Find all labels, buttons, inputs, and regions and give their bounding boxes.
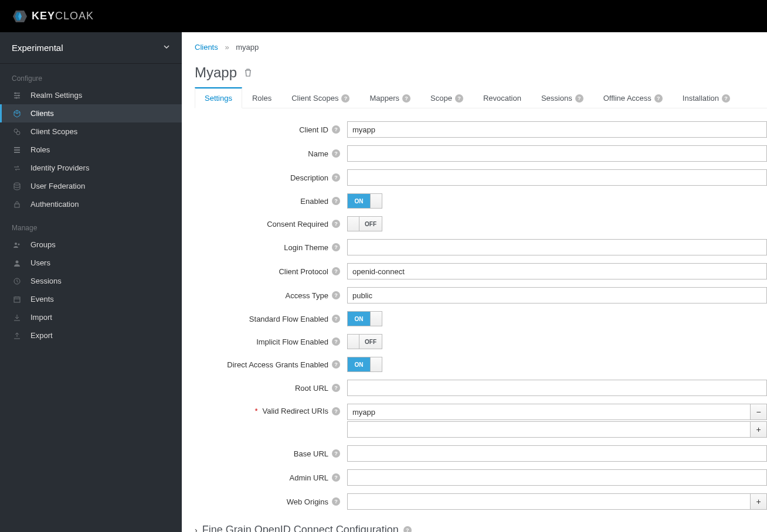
section-manage: Manage	[0, 213, 182, 236]
tab-client-scopes[interactable]: Client Scopes?	[281, 87, 359, 108]
realm-selector[interactable]: Experimental	[0, 32, 182, 64]
tab-offline-access[interactable]: Offline Access?	[593, 87, 673, 108]
help-icon[interactable]: ?	[332, 407, 340, 415]
breadcrumb-link-clients[interactable]: Clients	[195, 43, 218, 52]
consent-toggle[interactable]: OFF	[347, 216, 382, 231]
help-icon[interactable]: ?	[402, 94, 410, 103]
help-icon[interactable]: ?	[332, 384, 340, 392]
tab-roles[interactable]: Roles	[242, 87, 281, 108]
sidebar-item-events[interactable]: Events	[0, 290, 182, 308]
sidebar-item-realm-settings[interactable]: Realm Settings	[0, 86, 182, 104]
add-uri-button[interactable]: +	[751, 421, 767, 438]
redirect-uri-input-1[interactable]	[347, 421, 751, 438]
tab-settings[interactable]: Settings	[195, 87, 242, 108]
tab-installation[interactable]: Installation?	[673, 87, 740, 108]
label-base-url: Base URL	[294, 449, 328, 458]
standard-flow-toggle[interactable]: ON	[347, 311, 382, 326]
client-id-input[interactable]	[347, 121, 767, 138]
remove-uri-button[interactable]: −	[751, 404, 767, 420]
sidebar-item-roles[interactable]: Roles	[0, 141, 182, 159]
page-title: Myapp	[195, 64, 767, 81]
sidebar-label: Export	[30, 331, 53, 340]
database-icon	[12, 182, 22, 190]
sidebar-label: Import	[30, 313, 52, 322]
label-access-type: Access Type	[286, 291, 328, 300]
sidebar-item-user-federation[interactable]: User Federation	[0, 177, 182, 195]
tab-revocation[interactable]: Revocation	[473, 87, 531, 108]
redirect-uri-input-0[interactable]	[347, 404, 751, 420]
sidebar-label: User Federation	[30, 182, 85, 190]
sidebar-label: Sessions	[30, 277, 62, 285]
sidebar-item-client-scopes[interactable]: Client Scopes	[0, 122, 182, 141]
sidebar-item-users[interactable]: Users	[0, 254, 182, 272]
delete-client-icon[interactable]	[244, 64, 252, 81]
help-icon[interactable]: ?	[332, 449, 340, 458]
web-origin-input-0[interactable]	[347, 493, 751, 510]
help-icon[interactable]: ?	[332, 173, 340, 182]
sidebar-label: Events	[30, 295, 54, 303]
fine-grain-section[interactable]: › Fine Grain OpenID Connect Configuratio…	[195, 524, 767, 532]
help-icon[interactable]: ?	[332, 360, 340, 369]
sidebar-item-authentication[interactable]: Authentication	[0, 195, 182, 213]
root-url-input[interactable]	[347, 380, 767, 396]
admin-url-input[interactable]	[347, 469, 767, 486]
add-origin-button[interactable]: +	[751, 493, 767, 510]
label-description: Description	[290, 173, 328, 182]
help-icon[interactable]: ?	[654, 94, 663, 103]
sidebar-item-groups[interactable]: Groups	[0, 236, 182, 254]
label-client-protocol: Client Protocol	[279, 267, 328, 276]
help-icon[interactable]: ?	[403, 526, 412, 533]
name-input[interactable]	[347, 145, 767, 162]
label-direct-access: Direct Access Grants Enabled	[227, 360, 328, 369]
description-input[interactable]	[347, 169, 767, 186]
sidebar-item-identity-providers[interactable]: Identity Providers	[0, 159, 182, 177]
svg-point-14	[18, 243, 20, 245]
help-icon[interactable]: ?	[332, 243, 340, 251]
scopes-icon	[12, 128, 22, 136]
main-content: Clients » myapp Myapp SettingsRolesClien…	[182, 32, 767, 532]
sidebar-label: Client Scopes	[30, 127, 77, 136]
list-icon	[12, 146, 22, 154]
help-icon[interactable]: ?	[332, 473, 340, 482]
label-name: Name	[308, 149, 328, 158]
access-type-select[interactable]	[347, 287, 767, 303]
base-url-input[interactable]	[347, 445, 767, 462]
help-icon[interactable]: ?	[332, 220, 340, 228]
sidebar-label: Identity Providers	[30, 163, 89, 172]
help-icon[interactable]: ?	[341, 94, 349, 103]
help-icon[interactable]: ?	[332, 125, 340, 134]
help-icon[interactable]: ?	[332, 267, 340, 275]
login-theme-select[interactable]	[347, 239, 767, 255]
tab-mappers[interactable]: Mappers?	[359, 87, 420, 108]
help-icon[interactable]: ?	[455, 94, 463, 103]
client-protocol-select[interactable]	[347, 263, 767, 279]
brand-logo[interactable]: KEYCLOAK	[12, 9, 94, 23]
help-icon[interactable]: ?	[575, 94, 583, 103]
help-icon[interactable]: ?	[332, 197, 340, 205]
svg-point-4	[18, 94, 20, 96]
sidebar-item-sessions[interactable]: Sessions	[0, 272, 182, 290]
label-implicit-flow: Implicit Flow Enabled	[256, 337, 328, 346]
sidebar-label: Groups	[30, 240, 56, 249]
sidebar-item-import[interactable]: Import	[0, 308, 182, 326]
tab-scope[interactable]: Scope?	[420, 87, 473, 108]
tab-sessions[interactable]: Sessions?	[531, 87, 593, 108]
enabled-toggle[interactable]: ON	[347, 193, 382, 209]
help-icon[interactable]: ?	[332, 497, 340, 506]
help-icon[interactable]: ?	[332, 337, 340, 346]
help-icon[interactable]: ?	[332, 315, 340, 323]
svg-rect-9	[14, 149, 20, 151]
sidebar-item-clients[interactable]: Clients	[0, 104, 182, 122]
sidebar-item-export[interactable]: Export	[0, 326, 182, 345]
implicit-flow-toggle[interactable]: OFF	[347, 334, 382, 349]
keycloak-logo-icon	[12, 9, 28, 23]
help-icon[interactable]: ?	[332, 149, 340, 158]
sidebar: Experimental Configure Realm Settings Cl…	[0, 32, 182, 532]
help-icon[interactable]: ?	[332, 291, 340, 299]
svg-point-3	[15, 92, 16, 94]
help-icon[interactable]: ?	[722, 94, 730, 103]
chevron-down-icon	[163, 43, 170, 52]
sidebar-label: Clients	[30, 109, 54, 118]
chevron-right-icon: ›	[195, 526, 198, 533]
direct-access-toggle[interactable]: ON	[347, 357, 382, 372]
